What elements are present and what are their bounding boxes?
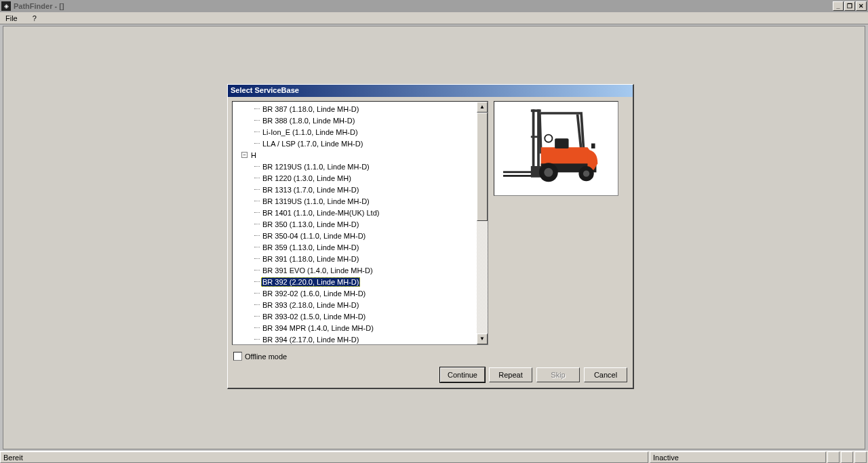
- tree-item[interactable]: BR 394 MPR (1.4.0, Linde MH-D): [234, 322, 488, 334]
- tree-item[interactable]: BR 350 (1.13.0, Linde MH-D): [234, 218, 488, 230]
- tree-item[interactable]: BR 1401 (1.1.0, Linde-MH(UK) Ltd): [234, 207, 488, 218]
- tree-content: BR 387 (1.18.0, Linde MH-D)BR 388 (1.8.0…: [233, 102, 488, 345]
- tree-item[interactable]: BR 392-02 (1.6.0, Linde MH-D): [234, 287, 488, 299]
- tree-item-label: BR 1219US (1.1.0, Linde MH-D): [261, 162, 371, 172]
- tree-item[interactable]: BR 1220 (1.3.0, Linde MH): [234, 172, 488, 184]
- tree-item-label: BR 394 MPR (1.4.0, Linde MH-D): [261, 323, 375, 333]
- tree-view[interactable]: BR 387 (1.18.0, Linde MH-D)BR 388 (1.8.0…: [232, 101, 488, 345]
- tree-item-label: BR 1401 (1.1.0, Linde-MH(UK) Ltd): [261, 208, 380, 218]
- statusbar: Bereit Inactive: [0, 451, 868, 463]
- cancel-button[interactable]: Cancel: [584, 367, 627, 382]
- tree-branch-icon: [254, 293, 260, 294]
- status-left: Bereit: [0, 451, 648, 463]
- tree-branch-icon: [254, 166, 260, 167]
- minimize-button[interactable]: _: [833, 1, 844, 11]
- tree-branch-icon: [254, 108, 260, 109]
- titlebar: ◈ PathFinder - [] _ ❐ ✕: [0, 0, 868, 12]
- scroll-thumb[interactable]: [477, 113, 488, 221]
- svg-rect-16: [591, 144, 595, 148]
- tree-branch-icon: [254, 327, 260, 328]
- tree-item[interactable]: BR 393-02 (1.5.0, Linde MH-D): [234, 310, 488, 322]
- close-button[interactable]: ✕: [856, 1, 867, 11]
- svg-point-15: [583, 171, 589, 177]
- tree-item-label: BR 1319US (1.1.0, Linde MH-D): [261, 197, 371, 206]
- tree-branch-icon: [254, 304, 260, 305]
- tree-item[interactable]: BR 393 (2.18.0, Linde MH-D): [234, 299, 488, 310]
- tree-item-label: BR 394 (2.17.0, Linde MH-D): [261, 335, 360, 344]
- tree-expander-icon[interactable]: −: [241, 152, 248, 158]
- tree-branch-icon: [254, 235, 260, 236]
- tree-item[interactable]: LLA / LSP (1.7.0, Linde MH-D): [234, 138, 488, 149]
- tree-branch-icon: [254, 247, 260, 247]
- tree-item-label: BR 1220 (1.3.0, Linde MH): [261, 174, 353, 183]
- tree-item-label: BR 391 EVO (1.4.0, Linde MH-D): [261, 266, 374, 275]
- dialog-body: BR 387 (1.18.0, Linde MH-D)BR 388 (1.8.0…: [228, 97, 633, 349]
- tree-item[interactable]: Li-Ion_E (1.1.0, Linde MH-D): [234, 126, 488, 138]
- tree-branch-icon: [254, 258, 260, 259]
- svg-point-13: [544, 168, 553, 177]
- tree-branch-icon: [254, 224, 260, 224]
- tree-branch-icon: [254, 201, 260, 201]
- tree-item[interactable]: BR 387 (1.18.0, Linde MH-D): [234, 103, 488, 115]
- select-servicebase-dialog: Select ServiceBase BR 387 (1.18.0, Linde…: [227, 84, 634, 389]
- tree-item[interactable]: BR 391 (1.18.0, Linde MH-D): [234, 253, 488, 264]
- dialog-title: Select ServiceBase: [228, 85, 633, 97]
- tree-item-label: Li-Ion_E (1.1.0, Linde MH-D): [261, 127, 359, 137]
- skip-button[interactable]: Skip: [536, 367, 580, 382]
- tree-branch-icon: [254, 212, 260, 213]
- tree-item-label: BR 392 (2.20.0, Linde MH-D): [261, 277, 360, 287]
- maximize-button[interactable]: ❐: [844, 1, 855, 11]
- tree-item[interactable]: BR 1319US (1.1.0, Linde MH-D): [234, 195, 488, 207]
- window-title: PathFinder - []: [14, 2, 833, 10]
- scroll-down-button[interactable]: ▼: [477, 334, 488, 344]
- tree-item[interactable]: BR 1219US (1.1.0, Linde MH-D): [234, 161, 488, 172]
- tree-branch-icon: [254, 189, 260, 190]
- tree-item-label: BR 393-02 (1.5.0, Linde MH-D): [261, 312, 367, 321]
- tree-item-label: BR 350 (1.13.0, Linde MH-D): [261, 220, 360, 229]
- tree-item[interactable]: −H: [234, 149, 488, 161]
- tree-branch-icon: [254, 316, 260, 317]
- menubar: File ?: [0, 12, 868, 24]
- tree-item[interactable]: BR 391 EVO (1.4.0, Linde MH-D): [234, 264, 488, 276]
- tree-branch-icon: [254, 143, 260, 144]
- tree-item[interactable]: BR 350-04 (1.1.0, Linde MH-D): [234, 230, 488, 241]
- tree-branch-icon: [254, 339, 260, 340]
- scroll-up-button[interactable]: ▲: [477, 102, 488, 113]
- tree-branch-icon: [254, 281, 260, 282]
- preview-image: [494, 101, 618, 196]
- tree-item[interactable]: BR 392 (2.20.0, Linde MH-D): [234, 276, 488, 287]
- tree-item[interactable]: BR 388 (1.8.0, Linde MH-D): [234, 115, 488, 126]
- tree-item-label: BR 387 (1.18.0, Linde MH-D): [261, 104, 360, 114]
- offline-checkbox[interactable]: [233, 352, 242, 361]
- tree-branch-icon: [254, 120, 260, 121]
- svg-rect-1: [532, 109, 535, 172]
- status-pane-1: [827, 451, 840, 463]
- tree-item-label: LLA / LSP (1.7.0, Linde MH-D): [261, 139, 364, 148]
- svg-rect-3: [531, 109, 541, 112]
- tree-branch-icon: [254, 270, 260, 270]
- offline-label: Offline mode: [245, 353, 287, 361]
- tree-branch-icon: [254, 132, 260, 132]
- tree-item-label: BR 391 (1.18.0, Linde MH-D): [261, 254, 360, 264]
- svg-rect-6: [503, 175, 534, 177]
- menu-help[interactable]: ?: [28, 13, 41, 24]
- svg-rect-5: [503, 171, 534, 173]
- tree-item-label: BR 359 (1.13.0, Linde MH-D): [261, 243, 360, 252]
- tree-scrollbar[interactable]: ▲ ▼: [477, 102, 488, 344]
- repeat-button[interactable]: Repeat: [489, 367, 532, 382]
- continue-button[interactable]: Continue: [440, 367, 485, 382]
- menu-file[interactable]: File: [1, 13, 22, 24]
- status-pane-3: [854, 451, 867, 463]
- status-inactive: Inactive: [650, 451, 826, 463]
- app-icon: ◈: [1, 1, 11, 11]
- tree-branch-icon: [254, 178, 260, 178]
- tree-item[interactable]: BR 359 (1.13.0, Linde MH-D): [234, 241, 488, 253]
- tree-item-label: BR 350-04 (1.1.0, Linde MH-D): [261, 231, 367, 241]
- dialog-buttons: Continue Repeat Skip Cancel: [228, 365, 633, 388]
- tree-item[interactable]: BR 1313 (1.7.0, Linde MH-D): [234, 184, 488, 195]
- tree-item[interactable]: BR 394 (2.17.0, Linde MH-D): [234, 334, 488, 345]
- status-pane-2: [841, 451, 853, 463]
- tree-item-label: BR 388 (1.8.0, Linde MH-D): [261, 116, 356, 125]
- tree-item-label: BR 392-02 (1.6.0, Linde MH-D): [261, 289, 367, 298]
- tree-item-label: H: [250, 150, 258, 160]
